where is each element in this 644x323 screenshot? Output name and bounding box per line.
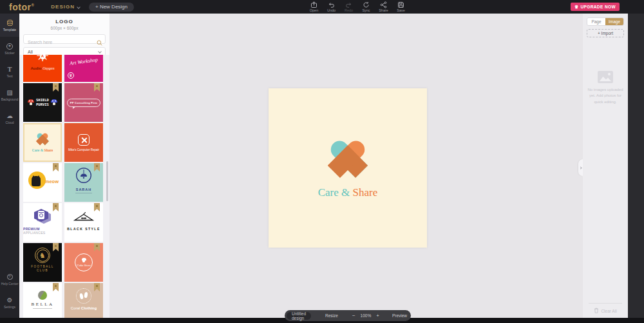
heart-logo-icon	[23, 123, 62, 159]
open-icon	[310, 1, 317, 8]
bookmark-ribbon-icon	[53, 83, 59, 92]
footprints-icon	[76, 288, 91, 304]
save-button[interactable]: Save	[392, 0, 410, 14]
hanger-mustache-icon	[73, 203, 95, 225]
text-icon: T	[8, 65, 12, 73]
chevron-right-icon	[579, 166, 582, 169]
new-design-button[interactable]: + New Design	[89, 3, 134, 12]
tagline-script	[33, 308, 52, 309]
template-list-scrollbar[interactable]	[106, 161, 108, 201]
sidebar-item-text[interactable]: T Text	[0, 60, 19, 83]
gear-icon: ⚙	[7, 296, 13, 304]
tab-page[interactable]: Page	[587, 18, 605, 25]
fotor-logo[interactable]: fotor®	[9, 2, 34, 12]
zoom-level[interactable]: 100%	[361, 313, 372, 318]
template-list: ✳A Audio Oxygen Art Workshop ♛ SHIELDPUR…	[19, 55, 109, 318]
speech-bubble-icon: PP Consulting Firm	[67, 99, 100, 107]
template-tile-football-club[interactable]: ♞ FOOTBALLCLUB	[23, 243, 62, 282]
template-tile-meow[interactable]: meow	[23, 163, 62, 202]
heart-logo[interactable]	[319, 129, 376, 186]
undo-icon	[328, 1, 335, 8]
panel-collapse-handle[interactable]	[578, 159, 583, 176]
design-canvas[interactable]: Care & Share	[269, 88, 427, 248]
bookmark-ribbon-icon	[53, 243, 59, 251]
crossed-tools-icon	[78, 134, 90, 146]
template-tile-shield-purvis[interactable]: SHIELDPURVIS	[23, 83, 62, 122]
template-panel: LOGO 600px × 600px All ✳A Audio Oxygen A…	[19, 14, 109, 318]
canvas-dimensions: 600px × 600px	[19, 26, 109, 30]
divider	[589, 303, 622, 304]
template-tile-computer-repair[interactable]: Mike's Computer Repair	[64, 123, 103, 162]
page-title: LOGO	[19, 19, 109, 24]
bookmark-ribbon-icon	[53, 203, 59, 211]
sidebar-item-background[interactable]: ▨ Background	[0, 83, 19, 106]
crown-icon: ♛	[574, 5, 579, 9]
share-button[interactable]: Share	[375, 0, 392, 14]
template-tile-bella[interactable]: BELLA	[23, 283, 62, 318]
resize-button[interactable]: Resize	[325, 313, 338, 318]
sync-button[interactable]: Sync	[357, 0, 375, 14]
undo-button[interactable]: Undo	[323, 0, 340, 14]
sidebar-item-help-center[interactable]: ? Help Center	[0, 268, 19, 291]
right-panel-tabs: Page Image	[587, 17, 624, 26]
pendant-lamp-icon	[75, 163, 92, 186]
zoom-in-button[interactable]: +	[376, 313, 379, 318]
template-tile-sarah[interactable]: SARAH	[64, 163, 103, 202]
horse-emblem-icon: ♞	[35, 248, 50, 263]
bookmark-ribbon-icon	[53, 283, 59, 291]
bookmark-ribbon-icon	[94, 203, 100, 211]
work-area: Care & Share	[109, 14, 583, 318]
sidebar-item-template[interactable]: Template	[0, 14, 19, 37]
rail-spacer	[0, 130, 19, 268]
clear-all-button[interactable]: Clear All	[589, 308, 621, 314]
redo-button[interactable]: Redo	[340, 0, 357, 14]
fotor-design-app: fotor® DESIGN + New Design Open Undo Red…	[0, 0, 644, 323]
cupcake-icon	[82, 258, 86, 260]
upgrade-now-button[interactable]: ♛ UPGRADE NOW	[571, 3, 620, 11]
save-icon	[397, 1, 404, 8]
template-tile-cake-store[interactable]: Cake Store	[64, 243, 103, 282]
search-box	[23, 34, 106, 44]
template-tile-premium-appliances[interactable]: PREMIUM APPLIANCES	[23, 203, 62, 242]
red-mushroom-icon	[27, 97, 35, 108]
template-tile-black-style[interactable]: BLACK STYLE	[64, 203, 103, 242]
bottom-zoom-bar: Untitled design Resize − 100% + Preview	[285, 310, 411, 321]
sidebar-item-cloud[interactable]: ☁ Cloud	[0, 106, 19, 130]
image-panel: Page Image + Import No images uploaded y…	[583, 14, 628, 318]
background-icon: ▨	[6, 88, 12, 97]
sync-icon	[363, 1, 370, 8]
toolbar: Open Undo Redo Sync Share Save	[305, 0, 410, 14]
import-button[interactable]: + Import	[587, 29, 624, 37]
bookmark-ribbon-icon	[94, 163, 100, 171]
template-tile-pp-consulting[interactable]: PP Consulting Firm	[64, 83, 103, 122]
tab-image[interactable]: Image	[605, 18, 623, 25]
zoom-out-button[interactable]: −	[352, 313, 355, 318]
canvas-caption-text[interactable]: Care & Share	[269, 186, 427, 199]
left-icon-rail: Template ★ Sticker T Text ▨ Background ☁…	[0, 14, 19, 323]
search-input[interactable]	[24, 38, 105, 46]
design-menu-label: DESIGN	[51, 4, 75, 10]
document-name[interactable]: Untitled design	[287, 312, 311, 320]
preview-button[interactable]: Preview	[392, 313, 407, 318]
sidebar-item-settings[interactable]: ⚙ Settings	[0, 291, 19, 314]
cake-badge-icon: Cake Store	[75, 253, 93, 271]
cloud-icon: ☁	[6, 112, 13, 120]
blue-mushroom-icon	[50, 97, 58, 108]
design-menu[interactable]: DESIGN	[51, 4, 80, 10]
bookmark-ribbon-icon	[94, 243, 100, 251]
image-placeholder-icon	[598, 71, 613, 83]
help-icon: ?	[7, 273, 13, 281]
template-tile-care-share[interactable]: Care & Share	[23, 123, 62, 162]
empty-state-text: No images uploaded yet. Add photos for q…	[587, 87, 624, 105]
template-tile-art-workshop[interactable]: Art Workshop ♛	[64, 55, 103, 82]
tagline-script	[75, 193, 92, 193]
premium-crown-icon: ♛	[68, 72, 74, 79]
open-button[interactable]: Open	[305, 0, 323, 14]
sidebar-item-sticker[interactable]: ★ Sticker	[0, 37, 19, 60]
template-tile-coral-clothing[interactable]: Coral Clothing	[64, 283, 103, 318]
trash-icon	[594, 308, 599, 314]
flower-logo-icon: ✳A	[34, 55, 51, 64]
template-tile-audio-oxygen[interactable]: ✳A Audio Oxygen	[23, 55, 62, 82]
template-icon	[6, 19, 14, 27]
chevron-down-icon	[98, 50, 102, 54]
